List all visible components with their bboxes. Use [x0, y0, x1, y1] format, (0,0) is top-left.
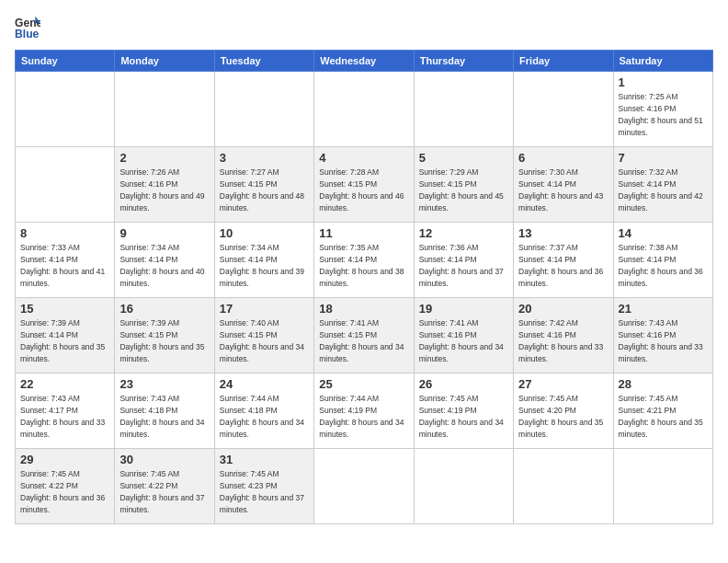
empty-cell — [314, 72, 414, 147]
calendar-cell: 31 Sunrise: 7:45 AMSunset: 4:23 PMDaylig… — [214, 449, 313, 524]
day-number: 30 — [119, 453, 209, 466]
day-number: 3 — [220, 151, 309, 165]
calendar-cell: 24 Sunrise: 7:44 AMSunset: 4:18 PMDaylig… — [214, 373, 313, 449]
day-number: 17 — [220, 302, 309, 316]
day-detail: Sunrise: 7:45 AMSunset: 4:21 PMDaylight:… — [619, 394, 703, 439]
calendar-cell — [414, 449, 513, 524]
day-number: 31 — [220, 453, 309, 466]
calendar-cell: 11 Sunrise: 7:35 AMSunset: 4:14 PMDaylig… — [314, 223, 414, 298]
day-detail: Sunrise: 7:41 AMSunset: 4:16 PMDaylight:… — [419, 318, 504, 363]
day-detail: Sunrise: 7:44 AMSunset: 4:19 PMDaylight:… — [319, 394, 404, 439]
day-number: 7 — [619, 151, 708, 165]
calendar-day-header: Monday — [115, 51, 214, 72]
calendar-table: SundayMondayTuesdayWednesdayThursdayFrid… — [15, 50, 713, 524]
day-detail: Sunrise: 7:40 AMSunset: 4:15 PMDaylight:… — [220, 318, 304, 363]
day-number: 13 — [518, 226, 608, 240]
day-number: 24 — [220, 377, 309, 391]
day-detail: Sunrise: 7:45 AMSunset: 4:20 PMDaylight:… — [518, 394, 603, 439]
calendar-day-header: Wednesday — [314, 51, 414, 72]
calendar-cell: 8 Sunrise: 7:33 AMSunset: 4:14 PMDayligh… — [16, 223, 115, 298]
day-detail: Sunrise: 7:28 AMSunset: 4:15 PMDaylight:… — [319, 167, 404, 213]
day-detail: Sunrise: 7:27 AMSunset: 4:15 PMDaylight:… — [220, 167, 304, 213]
logo: General Blue — [15, 15, 40, 40]
calendar-cell: 16 Sunrise: 7:39 AMSunset: 4:15 PMDaylig… — [115, 298, 214, 373]
calendar-cell: 4 Sunrise: 7:28 AMSunset: 4:15 PMDayligh… — [314, 147, 414, 223]
day-detail: Sunrise: 7:39 AMSunset: 4:14 PMDaylight:… — [20, 318, 105, 363]
calendar-cell: 22 Sunrise: 7:43 AMSunset: 4:17 PMDaylig… — [16, 373, 115, 449]
day-number: 26 — [419, 377, 508, 391]
logo-icon: General Blue — [15, 15, 40, 40]
calendar-row: 15 Sunrise: 7:39 AMSunset: 4:14 PMDaylig… — [16, 298, 713, 373]
day-detail: Sunrise: 7:45 AMSunset: 4:19 PMDaylight:… — [419, 394, 504, 439]
calendar-cell: 5 Sunrise: 7:29 AMSunset: 4:15 PMDayligh… — [414, 147, 513, 223]
day-detail: Sunrise: 7:34 AMSunset: 4:14 PMDaylight:… — [119, 243, 204, 288]
day-number: 9 — [119, 226, 209, 240]
calendar-day-header: Thursday — [414, 51, 513, 72]
calendar-cell: 1 Sunrise: 7:25 AMSunset: 4:16 PMDayligh… — [613, 72, 712, 147]
day-number: 11 — [319, 226, 408, 240]
day-detail: Sunrise: 7:36 AMSunset: 4:14 PMDaylight:… — [419, 243, 504, 288]
calendar-cell: 27 Sunrise: 7:45 AMSunset: 4:20 PMDaylig… — [514, 373, 613, 449]
header: General Blue — [15, 15, 713, 40]
day-detail: Sunrise: 7:29 AMSunset: 4:15 PMDaylight:… — [419, 167, 504, 213]
calendar-cell: 18 Sunrise: 7:41 AMSunset: 4:15 PMDaylig… — [314, 298, 414, 373]
empty-cell — [16, 72, 115, 147]
calendar-header-row: SundayMondayTuesdayWednesdayThursdayFrid… — [16, 51, 713, 72]
day-detail: Sunrise: 7:43 AMSunset: 4:16 PMDaylight:… — [619, 318, 703, 363]
day-detail: Sunrise: 7:26 AMSunset: 4:16 PMDaylight:… — [119, 167, 204, 213]
calendar-cell: 6 Sunrise: 7:30 AMSunset: 4:14 PMDayligh… — [514, 147, 613, 223]
day-number: 5 — [419, 151, 508, 165]
day-number: 15 — [20, 302, 109, 316]
empty-cell — [514, 72, 613, 147]
calendar-cell: 26 Sunrise: 7:45 AMSunset: 4:19 PMDaylig… — [414, 373, 513, 449]
calendar-cell: 29 Sunrise: 7:45 AMSunset: 4:22 PMDaylig… — [16, 449, 115, 524]
calendar-row: 2 Sunrise: 7:26 AMSunset: 4:16 PMDayligh… — [16, 147, 713, 223]
day-detail: Sunrise: 7:45 AMSunset: 4:22 PMDaylight:… — [119, 469, 204, 514]
day-number: 21 — [619, 302, 708, 316]
calendar-cell: 20 Sunrise: 7:42 AMSunset: 4:16 PMDaylig… — [514, 298, 613, 373]
day-number: 6 — [518, 151, 608, 165]
calendar-cell: 7 Sunrise: 7:32 AMSunset: 4:14 PMDayligh… — [613, 147, 712, 223]
calendar-cell — [314, 449, 414, 524]
calendar-day-header: Friday — [514, 51, 613, 72]
day-number: 2 — [119, 151, 209, 165]
calendar-day-header: Saturday — [613, 51, 712, 72]
day-detail: Sunrise: 7:35 AMSunset: 4:14 PMDaylight:… — [319, 243, 404, 288]
calendar-cell: 21 Sunrise: 7:43 AMSunset: 4:16 PMDaylig… — [613, 298, 712, 373]
calendar-cell — [16, 147, 115, 223]
calendar-cell: 2 Sunrise: 7:26 AMSunset: 4:16 PMDayligh… — [115, 147, 214, 223]
day-detail: Sunrise: 7:30 AMSunset: 4:14 PMDaylight:… — [518, 167, 603, 213]
calendar-cell: 19 Sunrise: 7:41 AMSunset: 4:16 PMDaylig… — [414, 298, 513, 373]
day-number: 22 — [20, 377, 109, 391]
day-number: 18 — [319, 302, 408, 316]
calendar-cell — [514, 449, 613, 524]
day-detail: Sunrise: 7:42 AMSunset: 4:16 PMDaylight:… — [518, 318, 603, 363]
day-detail: Sunrise: 7:43 AMSunset: 4:17 PMDaylight:… — [20, 394, 105, 439]
calendar-cell: 10 Sunrise: 7:34 AMSunset: 4:14 PMDaylig… — [214, 223, 313, 298]
day-detail: Sunrise: 7:41 AMSunset: 4:15 PMDaylight:… — [319, 318, 404, 363]
calendar-row: 29 Sunrise: 7:45 AMSunset: 4:22 PMDaylig… — [16, 449, 713, 524]
calendar-cell: 30 Sunrise: 7:45 AMSunset: 4:22 PMDaylig… — [115, 449, 214, 524]
day-number: 10 — [220, 226, 309, 240]
day-number: 1 — [619, 75, 708, 89]
day-detail: Sunrise: 7:25 AMSunset: 4:16 PMDaylight:… — [619, 92, 703, 137]
day-detail: Sunrise: 7:45 AMSunset: 4:23 PMDaylight:… — [220, 469, 304, 514]
day-detail: Sunrise: 7:38 AMSunset: 4:14 PMDaylight:… — [619, 243, 703, 288]
day-detail: Sunrise: 7:39 AMSunset: 4:15 PMDaylight:… — [119, 318, 204, 363]
calendar-cell: 28 Sunrise: 7:45 AMSunset: 4:21 PMDaylig… — [613, 373, 712, 449]
day-number: 8 — [20, 226, 109, 240]
calendar-day-header: Tuesday — [214, 51, 313, 72]
day-detail: Sunrise: 7:44 AMSunset: 4:18 PMDaylight:… — [220, 394, 304, 439]
calendar-cell: 13 Sunrise: 7:37 AMSunset: 4:14 PMDaylig… — [514, 223, 613, 298]
svg-text:Blue: Blue — [15, 28, 40, 40]
day-detail: Sunrise: 7:45 AMSunset: 4:22 PMDaylight:… — [20, 469, 105, 514]
day-number: 12 — [419, 226, 508, 240]
calendar-cell: 9 Sunrise: 7:34 AMSunset: 4:14 PMDayligh… — [115, 223, 214, 298]
calendar-day-header: Sunday — [16, 51, 115, 72]
day-detail: Sunrise: 7:37 AMSunset: 4:14 PMDaylight:… — [518, 243, 603, 288]
calendar-cell: 25 Sunrise: 7:44 AMSunset: 4:19 PMDaylig… — [314, 373, 414, 449]
calendar-cell: 17 Sunrise: 7:40 AMSunset: 4:15 PMDaylig… — [214, 298, 313, 373]
calendar-cell: 23 Sunrise: 7:43 AMSunset: 4:18 PMDaylig… — [115, 373, 214, 449]
empty-cell — [214, 72, 313, 147]
page-container: General Blue SundayMondayTuesdayWednesda… — [0, 0, 728, 563]
